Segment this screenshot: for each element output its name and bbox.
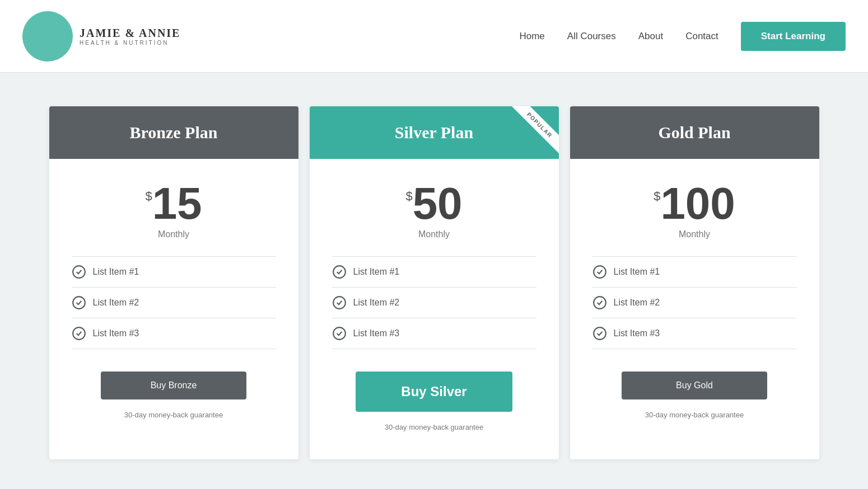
svg-point-0 bbox=[73, 266, 85, 278]
list-item: List Item #2 bbox=[592, 288, 797, 318]
pricing-section: Bronze Plan $ 15 Monthly List Item #1 bbox=[0, 73, 868, 489]
svg-point-2 bbox=[73, 327, 85, 340]
buy-gold-button[interactable]: Buy Gold bbox=[622, 372, 767, 399]
nav-about[interactable]: About bbox=[638, 31, 663, 42]
logo-subtitle: HEALTH & NUTRITION bbox=[80, 40, 180, 46]
silver-price-period: Monthly bbox=[332, 229, 536, 239]
logo-title: JAMIE & ANNIE bbox=[80, 27, 180, 40]
svg-point-6 bbox=[594, 266, 606, 278]
logo-area: JAMIE & ANNIE HEALTH & NUTRITION bbox=[22, 11, 180, 62]
gold-plan-card: Gold Plan $ 100 Monthly List Item #1 bbox=[570, 106, 819, 459]
popular-badge: POPULAR bbox=[503, 106, 559, 162]
gold-plan-header: Gold Plan bbox=[570, 106, 819, 159]
nav-all-courses[interactable]: All Courses bbox=[567, 31, 616, 42]
bronze-plan-body: $ 15 Monthly List Item #1 Lis bbox=[49, 159, 298, 447]
silver-price-number: 50 bbox=[413, 181, 463, 226]
svg-point-3 bbox=[333, 266, 346, 278]
navbar: JAMIE & ANNIE HEALTH & NUTRITION Home Al… bbox=[0, 0, 868, 73]
popular-badge-label: POPULAR bbox=[511, 106, 558, 154]
gold-plan-title: Gold Plan bbox=[581, 123, 808, 142]
silver-price-dollar: $ bbox=[405, 189, 412, 204]
check-icon bbox=[72, 326, 86, 341]
check-icon bbox=[332, 265, 347, 279]
silver-plan-body: $ 50 Monthly List Item #1 Lis bbox=[310, 159, 559, 459]
list-item: List Item #1 bbox=[332, 256, 536, 288]
bronze-price-dollar: $ bbox=[145, 189, 152, 204]
silver-feature-list: List Item #1 List Item #2 List Item #3 bbox=[332, 256, 536, 349]
svg-point-8 bbox=[594, 327, 606, 340]
buy-bronze-button[interactable]: Buy Bronze bbox=[101, 372, 246, 399]
logo-circle bbox=[22, 11, 73, 62]
check-icon bbox=[592, 295, 607, 310]
nav-home[interactable]: Home bbox=[519, 31, 544, 42]
bronze-guarantee: 30-day money-back guarantee bbox=[72, 411, 276, 419]
gold-plan-body: $ 100 Monthly List Item #1 Li bbox=[570, 159, 819, 447]
bronze-plan-header: Bronze Plan bbox=[49, 106, 298, 159]
svg-point-4 bbox=[333, 297, 346, 309]
bronze-plan-card: Bronze Plan $ 15 Monthly List Item #1 bbox=[49, 106, 298, 459]
list-item: List Item #1 bbox=[72, 256, 276, 288]
gold-price-row: $ 100 bbox=[592, 181, 797, 226]
list-item: List Item #2 bbox=[332, 288, 536, 318]
nav-links: Home All Courses About Contact Start Lea… bbox=[519, 22, 846, 51]
bronze-price-number: 15 bbox=[152, 181, 202, 226]
bronze-price-row: $ 15 bbox=[72, 181, 276, 226]
check-icon bbox=[72, 265, 86, 279]
check-icon bbox=[72, 295, 86, 310]
list-item: List Item #3 bbox=[592, 318, 797, 349]
bronze-price-period: Monthly bbox=[72, 229, 276, 239]
svg-point-7 bbox=[594, 297, 606, 309]
gold-price-period: Monthly bbox=[592, 229, 797, 239]
gold-guarantee: 30-day money-back guarantee bbox=[592, 411, 797, 419]
list-item: List Item #2 bbox=[72, 288, 276, 318]
list-item: List Item #3 bbox=[332, 318, 536, 349]
bronze-plan-title: Bronze Plan bbox=[60, 123, 287, 142]
list-item: List Item #1 bbox=[592, 256, 797, 288]
silver-plan-card: Silver Plan POPULAR $ 50 Monthly List It… bbox=[310, 106, 559, 459]
buy-silver-button[interactable]: Buy Silver bbox=[356, 372, 512, 412]
silver-price-row: $ 50 bbox=[332, 181, 536, 226]
check-icon bbox=[332, 295, 347, 310]
logo-text: JAMIE & ANNIE HEALTH & NUTRITION bbox=[80, 27, 180, 46]
silver-guarantee: 30-day money-back guarantee bbox=[332, 423, 536, 431]
list-item: List Item #3 bbox=[72, 318, 276, 349]
nav-contact[interactable]: Contact bbox=[685, 31, 718, 42]
svg-point-1 bbox=[73, 297, 85, 309]
svg-point-5 bbox=[333, 327, 346, 340]
check-icon bbox=[592, 326, 607, 341]
check-icon bbox=[332, 326, 347, 341]
bronze-feature-list: List Item #1 List Item #2 List Item #3 bbox=[72, 256, 276, 349]
gold-feature-list: List Item #1 List Item #2 List Item #3 bbox=[592, 256, 797, 349]
gold-price-dollar: $ bbox=[654, 189, 660, 204]
gold-price-number: 100 bbox=[660, 181, 735, 226]
check-icon bbox=[592, 265, 607, 279]
start-learning-button[interactable]: Start Learning bbox=[741, 22, 846, 51]
